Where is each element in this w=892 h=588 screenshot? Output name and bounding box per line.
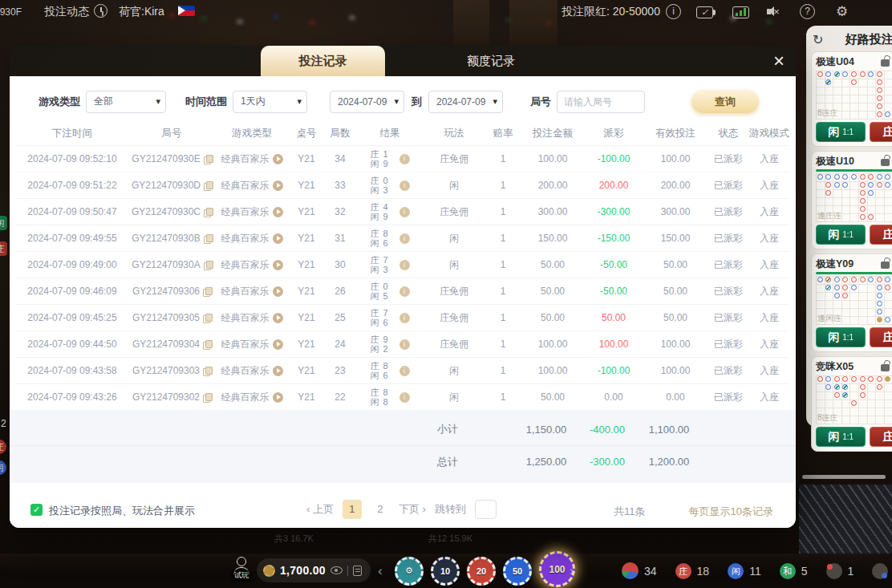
modal-tabstrip: 投注记录 额度记录 × [10, 46, 796, 76]
copy-icon[interactable] [204, 155, 212, 164]
video-check-icon[interactable]: ✓ [696, 6, 713, 18]
cell-round-id: GY2124709306 [128, 286, 215, 297]
road-bead [842, 71, 848, 77]
game-type-icon [273, 207, 283, 217]
road-bead [860, 182, 866, 188]
copy-icon[interactable] [203, 340, 211, 349]
result-info-icon[interactable] [399, 339, 410, 350]
close-icon[interactable]: × [773, 50, 785, 72]
chevron-down-icon: ▾ [297, 96, 302, 107]
result-info-icon[interactable] [399, 233, 410, 244]
time-range-label: 时间范围 [185, 95, 227, 109]
lock-icon[interactable] [881, 59, 890, 67]
jump-page-input[interactable] [475, 500, 497, 519]
bet-player-button[interactable]: 闲1:1 [816, 427, 866, 447]
result-info-icon[interactable] [399, 207, 410, 217]
time-range-select[interactable]: 1天内▾ [233, 91, 307, 113]
lock-icon[interactable] [881, 364, 890, 371]
cell-bet-amount: 300.00 [521, 206, 584, 217]
records-icon[interactable] [353, 566, 362, 576]
copy-icon[interactable] [204, 261, 212, 270]
cell-round-id: GY212470930B [128, 233, 215, 244]
bet-banker-button[interactable]: 庄 [870, 225, 892, 245]
page-2-button[interactable]: 2 [371, 500, 390, 519]
pie-stat-icon[interactable] [622, 562, 639, 579]
chip-50[interactable]: 50 [503, 557, 532, 586]
result-info-icon[interactable] [399, 286, 410, 297]
chips-prev-arrow[interactable]: ‹ [378, 563, 383, 579]
copy-icon[interactable] [203, 393, 211, 402]
column-header: 游戏类型 [215, 127, 289, 140]
chevron-down-icon: ▾ [156, 96, 160, 107]
result-info-icon[interactable] [399, 180, 410, 191]
pattern-label: 逢闲连 [817, 313, 841, 324]
tab-bet-records[interactable]: 投注记录 [261, 46, 385, 76]
clock-icon[interactable] [94, 4, 107, 18]
chips-next-arrow[interactable]: › [570, 563, 574, 579]
page-1-button[interactable]: 1 [343, 500, 362, 519]
cell-round-no: 30 [324, 259, 356, 270]
next-page-button[interactable]: 下页 › [399, 502, 426, 517]
cell-game-mode: 入座 [749, 285, 789, 298]
chip-custom[interactable]: ⚙ [395, 557, 424, 586]
cell-result: 庄7 闲3 [356, 255, 424, 274]
road-bead [834, 277, 840, 282]
trial-play-button[interactable]: 试玩 [231, 557, 252, 574]
table-row: 2024-07-09 09:51:22 GY212470930D 经典百家乐 Y… [16, 172, 789, 198]
prev-page-button[interactable]: ‹ 上页 [306, 502, 334, 517]
bet-player-button[interactable]: 闲1:1 [816, 327, 866, 347]
tab-quota-records[interactable]: 额度记录 [427, 46, 555, 76]
copy-icon[interactable] [204, 181, 212, 190]
cell-table-no: Y21 [289, 312, 324, 323]
help-icon[interactable]: ? [800, 4, 815, 19]
lock-icon[interactable] [881, 159, 890, 166]
chip-10[interactable]: 10 [431, 557, 460, 586]
column-header: 桌号 [289, 127, 324, 140]
copy-icon[interactable] [203, 287, 211, 296]
cell-game-type: 经典百家乐 [215, 258, 289, 272]
date-from-select[interactable]: 2024-07-09▾ [330, 91, 404, 113]
road-bead [877, 317, 882, 322]
result-info-icon[interactable] [399, 392, 410, 403]
result-info-icon[interactable] [399, 260, 410, 270]
cell-play-type: 庄免佣 [424, 338, 485, 351]
eye-icon[interactable] [330, 566, 343, 574]
merge-checkbox[interactable]: ✓ [30, 504, 43, 516]
date-to-select[interactable]: 2024-07-09▾ [428, 91, 503, 113]
streak-bar [816, 272, 892, 274]
bet-player-button[interactable]: 闲1:1 [816, 122, 866, 142]
cell-game-mode: 入座 [749, 258, 789, 272]
copy-icon[interactable] [204, 234, 212, 243]
chip-20[interactable]: 20 [467, 557, 496, 586]
signal-strength-icon[interactable] [732, 6, 749, 18]
copy-icon[interactable] [204, 208, 212, 217]
result-info-icon[interactable] [399, 154, 410, 164]
result-info-icon[interactable] [399, 313, 410, 323]
cell-valid-bet: 300.00 [643, 206, 708, 217]
road-bead [877, 71, 882, 77]
bet-banker-button[interactable]: 庄 [870, 427, 892, 447]
query-button[interactable]: 查询 [691, 90, 759, 113]
gear-icon[interactable]: ⚙ [834, 4, 849, 19]
copy-icon[interactable] [203, 367, 211, 375]
game-type-select[interactable]: 全部▾ [86, 91, 166, 113]
column-header: 玩法 [424, 127, 485, 140]
cell-valid-bet: 100.00 [643, 339, 708, 350]
refresh-icon[interactable]: ↻ [813, 32, 823, 47]
cell-round-no: 25 [324, 312, 356, 323]
coin-icon [263, 565, 275, 577]
bet-banker-button[interactable]: 庄 [870, 122, 892, 142]
round-id-input[interactable] [557, 91, 645, 113]
modal-body: 游戏类型 全部▾ 时间范围 1天内▾ 2024-07-09▾ 到 2024-07… [10, 76, 796, 528]
cell-play-type: 庄免佣 [424, 152, 485, 166]
bet-player-button[interactable]: 闲1:1 [816, 225, 866, 245]
horizontal-scrollbar[interactable] [802, 475, 886, 479]
road-stats: 34 庄 18 闲 11 和 5 1 4 6 [622, 554, 892, 588]
result-info-icon[interactable] [399, 366, 410, 376]
bet-banker-button[interactable]: 庄 [870, 327, 892, 347]
info-icon[interactable]: i [666, 4, 681, 19]
bet-feed-label[interactable]: 投注动态 [44, 5, 89, 19]
lock-icon[interactable] [881, 262, 890, 269]
copy-icon[interactable] [203, 314, 211, 322]
mute-speaker-icon[interactable] [767, 6, 782, 21]
